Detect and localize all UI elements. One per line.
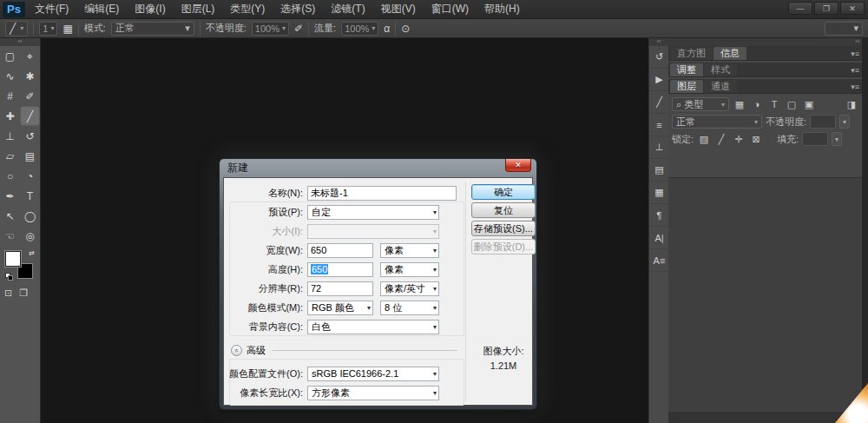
- actions-panel-icon[interactable]: ▶: [649, 69, 669, 91]
- lock-all-icon[interactable]: ⊠: [749, 134, 763, 145]
- layer-filter-dropdown[interactable]: ⌕ 类型 ▾: [672, 97, 729, 111]
- resolution-unit-dropdown[interactable]: 像素/英寸 ▾: [380, 281, 439, 296]
- gradient-tool[interactable]: ▤: [20, 146, 40, 166]
- tablet-pressure-opacity-icon[interactable]: ✐: [294, 23, 303, 35]
- menu-filter[interactable]: 滤镜(T): [325, 0, 371, 18]
- eyedropper-tool[interactable]: ✐: [20, 86, 40, 106]
- pen-tool[interactable]: ✒: [0, 186, 20, 206]
- background-dropdown[interactable]: 白色 ▾: [307, 320, 439, 334]
- width-unit-dropdown[interactable]: 像素 ▾: [380, 243, 439, 258]
- toolbar-collapse-handle[interactable]: ‹‹: [0, 38, 40, 46]
- notes-panel-icon[interactable]: ▤: [649, 159, 669, 182]
- magic-wand-tool[interactable]: ✱: [20, 66, 40, 86]
- chevron-down-icon[interactable]: ▾: [832, 132, 842, 146]
- tab-info[interactable]: 信息: [713, 47, 746, 60]
- history-panel-icon[interactable]: ↺: [649, 46, 669, 69]
- default-colors-icon[interactable]: [5, 273, 13, 281]
- character-panel-icon[interactable]: A|: [649, 227, 669, 249]
- menu-edit[interactable]: 编辑(E): [78, 0, 125, 18]
- menu-image[interactable]: 图像(I): [128, 0, 171, 18]
- tablet-pressure-size-icon[interactable]: ⊙: [401, 23, 410, 35]
- color-profile-dropdown[interactable]: sRGB IEC61966-2.1 ▾: [307, 367, 439, 381]
- advanced-toggle-button[interactable]: «: [231, 345, 242, 356]
- lock-position-icon[interactable]: ✛: [732, 134, 746, 145]
- filter-type-layers-icon[interactable]: T: [767, 99, 781, 110]
- panel-menu-icon[interactable]: ▾≡: [851, 50, 859, 58]
- filter-pixel-layers-icon[interactable]: ▦: [733, 99, 746, 110]
- restore-button[interactable]: ❐: [814, 2, 838, 15]
- flow-field[interactable]: 100% ▾: [341, 22, 378, 36]
- filter-toggle-icon[interactable]: ◨: [845, 99, 858, 110]
- color-mode-dropdown[interactable]: RGB 颜色 ▾: [307, 301, 373, 315]
- brush-size-picker[interactable]: 1 ▾: [39, 22, 57, 36]
- pixel-aspect-dropdown[interactable]: 方形像素 ▾: [307, 386, 439, 400]
- tab-histogram[interactable]: 直方图: [670, 47, 713, 60]
- layers-opacity-field[interactable]: [810, 115, 836, 129]
- tab-adjustments[interactable]: 调整: [670, 63, 703, 76]
- character-styles-panel-icon[interactable]: A≡: [649, 249, 669, 272]
- tab-layers[interactable]: 图层: [670, 80, 703, 93]
- eraser-tool[interactable]: ▱: [0, 146, 20, 166]
- menu-layer[interactable]: 图层(L): [175, 0, 221, 18]
- clone-stamp-tool[interactable]: ⊥: [0, 126, 20, 146]
- panel-menu-icon[interactable]: ▾≡: [851, 83, 859, 91]
- menu-help[interactable]: 帮助(H): [478, 0, 526, 18]
- panel-menu-icon[interactable]: ▾≡: [851, 66, 859, 75]
- filter-smart-objects-icon[interactable]: ▣: [802, 99, 816, 110]
- opacity-field[interactable]: 100% ▾: [252, 22, 289, 36]
- reset-button[interactable]: 复位: [471, 202, 536, 218]
- type-tool[interactable]: T: [20, 186, 40, 206]
- history-brush-tool[interactable]: ↺: [20, 126, 40, 146]
- bit-depth-dropdown[interactable]: 8 位 ▾: [380, 301, 439, 315]
- healing-brush-tool[interactable]: ✚: [0, 106, 20, 126]
- dock-collapse-handle[interactable]: ‹‹: [649, 38, 668, 46]
- clone-source-panel-icon[interactable]: ⊥: [649, 136, 669, 159]
- dialog-close-button[interactable]: ✕: [505, 159, 531, 172]
- filter-adjustment-layers-icon[interactable]: ◑: [750, 99, 764, 110]
- height-input[interactable]: 650: [307, 262, 373, 277]
- dodge-tool[interactable]: ◔: [20, 166, 40, 186]
- hand-tool[interactable]: ☜: [0, 226, 20, 246]
- path-selection-tool[interactable]: ↖: [0, 206, 20, 226]
- name-input[interactable]: 未标题-1: [307, 186, 457, 201]
- properties-panel-icon[interactable]: ▦: [649, 182, 669, 204]
- swap-colors-icon[interactable]: ⇄: [29, 249, 35, 257]
- airbrush-icon[interactable]: α: [384, 23, 390, 35]
- save-preset-button[interactable]: 存储预设(S)...: [471, 221, 536, 236]
- layers-fill-field[interactable]: [802, 132, 828, 146]
- move-tool[interactable]: ⌖: [20, 46, 40, 66]
- filter-shape-layers-icon[interactable]: ▢: [785, 99, 799, 110]
- blend-mode-dropdown[interactable]: 正常 ▾: [111, 22, 194, 36]
- close-window-button[interactable]: ✕: [840, 2, 865, 15]
- lock-transparency-icon[interactable]: ▨: [697, 134, 711, 145]
- brush-tool[interactable]: ╱: [20, 106, 40, 126]
- ellipse-tool[interactable]: ◯: [20, 206, 40, 226]
- zoom-tool[interactable]: ◎: [20, 226, 40, 246]
- resolution-input[interactable]: 72: [307, 281, 373, 296]
- preset-dropdown[interactable]: 自定 ▾: [307, 205, 439, 220]
- menu-view[interactable]: 视图(V): [375, 0, 422, 18]
- screen-mode-icon[interactable]: ❐: [19, 288, 28, 299]
- rectangular-marquee-tool[interactable]: ▢: [0, 46, 20, 66]
- height-unit-dropdown[interactable]: 像素 ▾: [380, 262, 439, 277]
- foreground-color-swatch[interactable]: [5, 251, 21, 267]
- ok-button[interactable]: 确定: [471, 184, 536, 200]
- menu-file[interactable]: 文件(F): [29, 0, 75, 18]
- lock-paint-icon[interactable]: ╱: [714, 134, 728, 145]
- chevron-down-icon[interactable]: ▾: [839, 115, 850, 129]
- tool-preset-picker[interactable]: ╱ ▾: [5, 21, 28, 36]
- width-input[interactable]: 650: [307, 243, 373, 258]
- paragraph-panel-icon[interactable]: ¶: [649, 204, 669, 227]
- crop-tool[interactable]: #: [0, 86, 20, 106]
- options-right-dropdown[interactable]: ▾: [825, 22, 863, 36]
- toggle-brush-panel-button[interactable]: ▦: [62, 23, 72, 35]
- menu-type[interactable]: 类型(Y): [224, 0, 271, 18]
- blur-tool[interactable]: ○: [0, 166, 20, 186]
- layers-blend-mode-dropdown[interactable]: 正常 ▾: [672, 115, 762, 129]
- quick-mask-icon[interactable]: ⊡: [4, 288, 12, 299]
- minimize-button[interactable]: —: [788, 2, 812, 15]
- panels-expand-handle[interactable]: ››: [668, 38, 862, 46]
- menu-select[interactable]: 选择(S): [274, 0, 321, 18]
- lasso-tool[interactable]: ∿: [0, 66, 20, 86]
- brush-presets-panel-icon[interactable]: ≡: [649, 114, 669, 136]
